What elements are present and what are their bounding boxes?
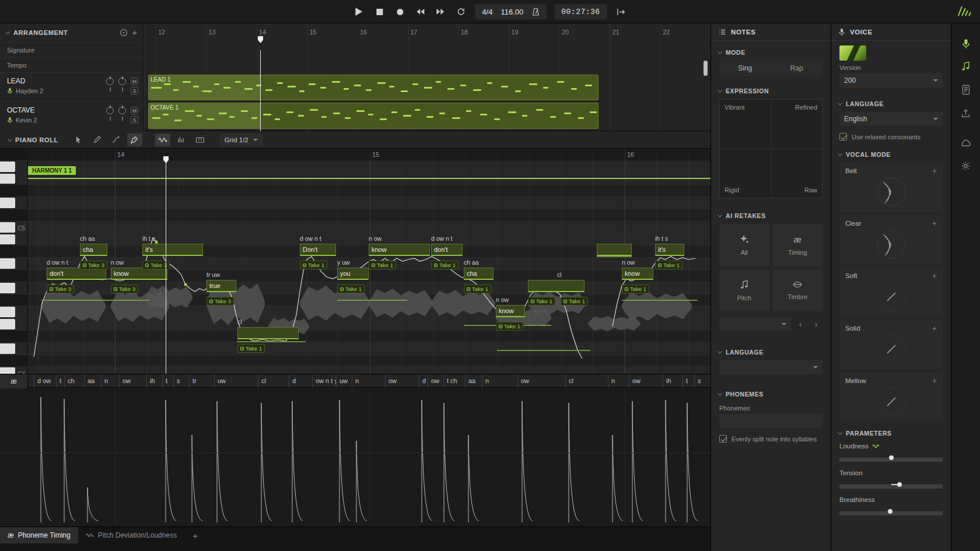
parameters-section-header[interactable]: PARAMETERS — [838, 430, 944, 437]
retake-timbre-button[interactable]: Timbre — [773, 269, 823, 311]
note-phoneme-label[interactable]: d ow n t — [431, 235, 453, 242]
phonemes-input[interactable] — [719, 414, 822, 428]
music-note-tab-icon[interactable] — [960, 60, 972, 73]
add-mode-icon[interactable]: + — [932, 220, 937, 226]
piano-roll-note[interactable]: know — [496, 305, 525, 317]
curve-tool[interactable] — [108, 134, 124, 146]
piano-roll-playhead[interactable] — [166, 162, 166, 374]
solo-button[interactable]: S — [131, 87, 138, 94]
stop-button[interactable] — [373, 5, 386, 18]
take-badge[interactable]: Take 3 — [80, 261, 107, 269]
add-mode-icon[interactable]: + — [932, 168, 937, 174]
solid-knob[interactable] — [875, 333, 908, 366]
take-badge[interactable]: Take 1 — [300, 261, 327, 269]
white-key[interactable] — [0, 306, 28, 318]
mode-rap-button[interactable]: Rap — [771, 61, 823, 76]
take-badge[interactable]: Take 1 — [496, 322, 523, 331]
collapse-chevron-icon[interactable] — [5, 29, 10, 34]
lyrics-tab-icon[interactable] — [960, 83, 972, 96]
playhead-marker[interactable] — [258, 36, 263, 43]
version-select[interactable]: 200 — [839, 73, 943, 87]
note-phoneme-label[interactable]: ih t s — [655, 235, 668, 242]
note-phoneme-label[interactable]: ih t s — [142, 235, 155, 242]
voice-language-section-header[interactable]: LANGUAGE — [838, 100, 944, 107]
add-mode-icon[interactable]: + — [932, 378, 937, 384]
white-key[interactable] — [0, 318, 28, 331]
pitch-curve-toggle[interactable] — [155, 134, 170, 146]
note-phoneme-label[interactable]: n ow — [369, 235, 382, 242]
phoneme-segment[interactable]: t — [162, 374, 173, 388]
take-badge[interactable]: Take 1 — [431, 261, 459, 269]
forward-button[interactable] — [434, 5, 447, 18]
soft-knob[interactable] — [875, 280, 908, 313]
metronome-icon[interactable] — [531, 8, 540, 16]
piano-roll-note[interactable]: cha — [80, 244, 107, 256]
retake-select[interactable] — [719, 317, 791, 331]
add-track-icon[interactable]: + — [132, 29, 137, 36]
phoneme-segment[interactable]: cl — [258, 374, 289, 388]
arrangement-header[interactable]: ARRANGEMENT + — [0, 23, 143, 42]
retake-all-button[interactable]: All — [719, 224, 769, 266]
take-badge[interactable]: Take 3 — [111, 285, 138, 293]
loudness-slider[interactable] — [839, 455, 943, 460]
expression-xy-pad[interactable]: Vibrant Refined Rigid Raw — [719, 99, 822, 198]
note-phoneme-label[interactable]: n ow — [496, 296, 509, 303]
retake-pitch-button[interactable]: Pitch — [719, 269, 769, 311]
note-phoneme-label[interactable]: cl — [557, 271, 562, 278]
white-key[interactable] — [0, 161, 28, 173]
mode-section-header[interactable]: MODE — [718, 49, 824, 56]
white-key[interactable] — [0, 282, 28, 294]
slider-thumb[interactable] — [897, 482, 902, 487]
draw-tool[interactable] — [90, 134, 105, 146]
phoneme-segment[interactable]: ih — [663, 374, 682, 388]
voice-tab-icon[interactable] — [960, 37, 972, 50]
slider-thumb[interactable] — [888, 509, 892, 514]
rewind-button[interactable] — [414, 5, 426, 18]
phoneme-segment[interactable]: t — [682, 374, 694, 388]
phoneme-segment[interactable]: tr — [189, 374, 214, 388]
take-badge[interactable]: Take 1 — [622, 285, 649, 293]
white-key[interactable] — [0, 173, 28, 185]
phoneme-segment[interactable]: ih — [146, 374, 162, 388]
checkbox[interactable] — [839, 133, 847, 141]
piano-roll-note[interactable]: cha — [464, 268, 494, 280]
phoneme-segment[interactable]: ow — [629, 374, 663, 388]
retake-timing-button[interactable]: æ Timing — [773, 224, 823, 266]
note-language-select[interactable] — [719, 360, 822, 374]
white-key[interactable] — [0, 197, 28, 209]
info-icon[interactable] — [120, 29, 128, 37]
piano-keys[interactable]: C5C4 — [0, 149, 28, 374]
piano-roll-note[interactable]: you — [337, 268, 369, 280]
voice-avatar[interactable] — [839, 45, 866, 61]
piano-roll-note[interactable] — [597, 244, 632, 256]
phoneme-segment[interactable]: ow n t y — [312, 374, 336, 388]
take-badge[interactable]: Take 1 — [561, 297, 588, 306]
phoneme-segment[interactable]: d — [419, 374, 428, 388]
cloud-tab-icon[interactable] — [960, 136, 972, 149]
solo-button[interactable]: S — [131, 116, 138, 124]
clear-knob[interactable] — [875, 228, 908, 261]
piano-roll-note[interactable]: know — [369, 244, 430, 256]
retake-next-button[interactable]: › — [810, 318, 822, 331]
piano-roll-note[interactable]: don't — [47, 268, 106, 280]
group-label[interactable]: HARMONY 1 1 — [28, 166, 76, 175]
piano-roll-note[interactable] — [237, 327, 299, 339]
black-key[interactable] — [0, 270, 28, 282]
phoneme-segment[interactable]: n — [101, 374, 119, 388]
retake-prev-button[interactable]: ‹ — [794, 318, 807, 331]
mellow-knob[interactable] — [875, 385, 908, 418]
phoneme-segment[interactable]: uw — [336, 374, 352, 388]
note-phoneme-label[interactable]: d ow n t — [300, 235, 321, 242]
black-key[interactable] — [0, 185, 28, 197]
piano-roll-note[interactable]: know — [622, 268, 653, 280]
time-signature[interactable]: 4/4 — [482, 8, 492, 16]
black-key[interactable] — [0, 209, 28, 222]
piano-roll-note[interactable]: it's — [655, 244, 684, 256]
white-key[interactable] — [0, 258, 28, 270]
add-tab-button[interactable]: + — [184, 527, 206, 543]
phoneme-segment[interactable]: n — [352, 374, 385, 388]
arrangement-timeline[interactable]: 121314151617181920212223 LEAD 1 OCTAVE 1 — [144, 23, 710, 131]
piano-roll-note[interactable]: Don't — [300, 244, 336, 256]
phoneme-timing-panel[interactable] — [0, 388, 710, 527]
arrangement-scrollbar[interactable] — [704, 61, 708, 76]
